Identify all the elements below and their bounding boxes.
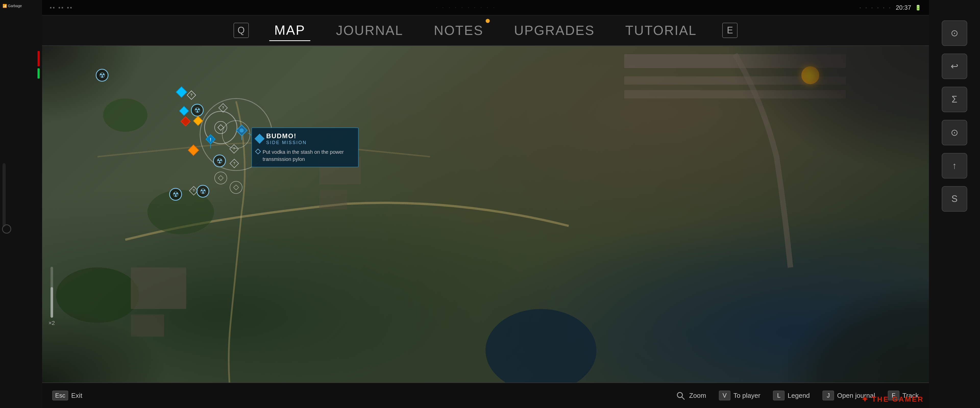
golden-orb xyxy=(801,66,819,84)
svg-line-40 xyxy=(682,397,684,400)
svg-text:?: ? xyxy=(222,106,224,110)
right-btn-6[interactable]: S xyxy=(942,186,967,212)
indicator-red xyxy=(38,51,40,66)
label-to-player: To player xyxy=(733,392,760,400)
inner-circle xyxy=(215,121,227,134)
indicator-green xyxy=(38,68,40,79)
nav-bar: Q Map Journal Notes Upgrades Tutorial E xyxy=(42,15,929,46)
marker-question-4[interactable]: ? xyxy=(229,158,239,170)
label-legend: Legend xyxy=(788,392,810,400)
svg-rect-17 xyxy=(180,106,189,116)
thegamer-text: THE GAMER xyxy=(872,395,924,403)
radiation-icon-2: ☢ xyxy=(191,104,204,116)
svg-text:?: ? xyxy=(233,161,235,165)
center-dots: · · · · · · · · · · xyxy=(436,5,496,10)
tooltip-mission-title: BUDMO! xyxy=(266,132,307,140)
marker-diamond-red[interactable] xyxy=(180,116,191,128)
right-btn-5-icon: ↑ xyxy=(952,160,957,171)
thegamer-watermark: ✦ THE GAMER xyxy=(861,394,924,404)
radiation-icon-1: ☢ xyxy=(96,69,108,82)
right-btn-1[interactable]: ⊙ xyxy=(942,21,967,46)
marker-diamond-blue-1[interactable] xyxy=(175,86,188,100)
right-btn-5[interactable]: ↑ xyxy=(942,153,967,178)
zoom-indicator: ×2 xyxy=(48,267,55,326)
svg-rect-24 xyxy=(188,145,199,156)
key-l[interactable]: L xyxy=(773,391,784,400)
target-circle-1 xyxy=(215,171,227,184)
svg-text:?: ? xyxy=(233,147,235,151)
svg-rect-36 xyxy=(218,175,223,181)
btn-to-player[interactable]: V To player xyxy=(719,391,760,400)
marker-question-2[interactable]: ? xyxy=(218,103,228,114)
btn-legend[interactable]: L Legend xyxy=(773,391,810,400)
svg-text:?: ? xyxy=(190,93,192,97)
marker-radiation-5[interactable]: ☢ xyxy=(197,185,209,198)
marker-radiation-1[interactable]: ☢ xyxy=(96,69,108,82)
key-v[interactable]: V xyxy=(719,391,730,400)
camera-lens xyxy=(2,224,11,233)
signal-area: 📶 Garbage xyxy=(3,4,40,8)
btn-exit[interactable]: Esc Exit xyxy=(52,391,82,400)
right-btn-3[interactable]: Σ xyxy=(942,87,967,112)
marker-radiation-2[interactable]: ☢ xyxy=(191,104,204,116)
right-btn-4[interactable]: ⊙ xyxy=(942,120,967,145)
left-panel: 📶 Garbage xyxy=(0,0,42,408)
target-circle-2 xyxy=(230,181,242,194)
indicators xyxy=(38,51,40,79)
key-j[interactable]: J xyxy=(822,391,834,400)
question-svg-2: ? xyxy=(218,103,228,113)
mission-tooltip[interactable]: BUDMO! SIDE MISSION Put vodka in the sta… xyxy=(251,127,359,167)
diamond-orange-svg xyxy=(187,144,200,157)
scroll-bar[interactable] xyxy=(3,163,6,227)
question-svg-3: ? xyxy=(229,144,239,154)
battery-icon: 🔋 xyxy=(915,5,921,11)
marker-question-1[interactable]: ? xyxy=(186,90,197,101)
btn-zoom[interactable]: Zoom xyxy=(675,390,706,402)
tab-upgrades[interactable]: Upgrades xyxy=(509,20,600,41)
label-zoom: Zoom xyxy=(689,392,706,400)
marker-target-circle-1[interactable] xyxy=(215,171,227,184)
map-area[interactable]: ☢ ? ☢ xyxy=(42,46,929,383)
tooltip-titles: BUDMO! SIDE MISSION xyxy=(266,132,307,145)
right-btn-3-icon: Σ xyxy=(952,94,957,105)
nav-key-e[interactable]: E xyxy=(722,23,738,38)
tab-journal[interactable]: Journal xyxy=(331,20,408,41)
marker-radiation-3[interactable]: ☢ xyxy=(213,154,226,167)
target-inner-1 xyxy=(218,175,224,181)
bottom-bar: Esc Exit Zoom V To player L Legend J Ope… xyxy=(42,383,929,408)
tooltip-description: Put vodka in the stash on the power tran… xyxy=(262,148,354,163)
marker-question-3[interactable]: ? xyxy=(229,144,239,155)
svg-rect-14 xyxy=(176,87,187,97)
notification-dot xyxy=(486,19,490,23)
zoom-hourglass-icon xyxy=(675,390,686,402)
key-esc[interactable]: Esc xyxy=(52,391,68,400)
mission-diamond-svg xyxy=(235,124,248,141)
marker-diamond-orange[interactable] xyxy=(187,144,200,157)
right-btn-6-icon: S xyxy=(951,194,958,204)
dots-right: · · · · · · xyxy=(859,5,892,10)
system-bar: ▪▪ ▪▪ ▪▪ · · · · · · · · · · · · · · · ·… xyxy=(42,0,929,15)
signal-icon: 📶 xyxy=(3,4,7,8)
segment-bars: ▪▪ ▪▪ ▪▪ xyxy=(50,4,73,11)
system-bar-center: · · · · · · · · · · xyxy=(436,5,496,10)
clock: 20:37 xyxy=(896,4,911,11)
tab-tutorial[interactable]: Tutorial xyxy=(620,20,702,41)
nav-key-q[interactable]: Q xyxy=(234,23,249,38)
svg-rect-18 xyxy=(181,117,190,126)
center-diamond-svg xyxy=(218,124,224,131)
marker-diamond-yellow[interactable] xyxy=(192,115,204,127)
right-btn-4-icon: ⊙ xyxy=(951,127,958,138)
right-btn-2[interactable]: ↩ xyxy=(942,54,967,79)
diamond-svg-1 xyxy=(175,86,188,98)
marker-target-circle-2[interactable] xyxy=(230,181,242,194)
marker-radiation-4[interactable]: ☢ xyxy=(169,188,182,201)
svg-rect-20 xyxy=(218,125,224,130)
marker-exclamation[interactable]: ! xyxy=(205,133,216,150)
diamond-svg-2 xyxy=(178,105,189,116)
marker-mission-main[interactable] xyxy=(235,124,248,142)
label-exit: Exit xyxy=(71,392,82,400)
tab-notes[interactable]: Notes xyxy=(429,20,488,41)
tab-map[interactable]: Map xyxy=(269,20,310,41)
svg-point-26 xyxy=(240,129,244,133)
tooltip-bullet-icon xyxy=(255,149,261,154)
